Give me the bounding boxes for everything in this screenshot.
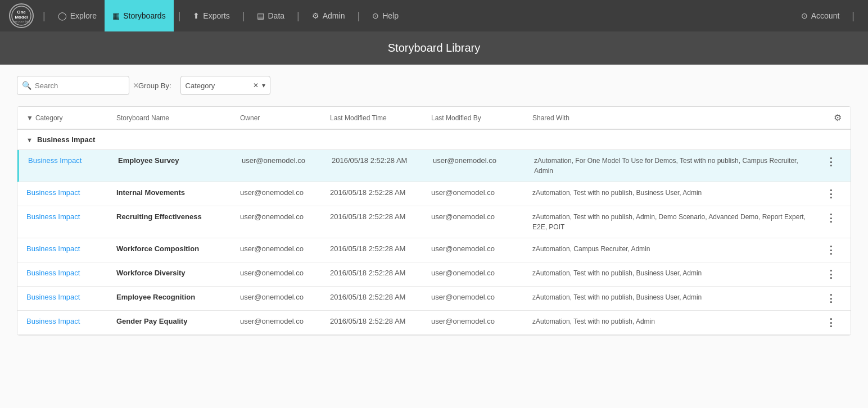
- cell-shared-with: zAutomation, Test with no publish, Busin…: [532, 268, 821, 278]
- table-row[interactable]: Business Impact Recruiting Effectiveness…: [17, 206, 851, 238]
- col-modified-by[interactable]: Last Modified By: [431, 114, 532, 122]
- cell-modified-time: 2016/05/18 2:52:28 AM: [332, 156, 433, 166]
- cell-name: Gender Pay Equality: [116, 316, 240, 327]
- cell-owner: user@onemodel.co: [240, 212, 330, 222]
- svg-text:Model: Model: [15, 15, 28, 20]
- cell-shared-with: zAutomation, Test with no publish, Busin…: [532, 188, 821, 198]
- rows-container: Business Impact Employee Survey user@one…: [17, 150, 851, 335]
- col-category[interactable]: ▼ Category: [26, 114, 116, 122]
- row-menu-button[interactable]: ⋮: [821, 188, 842, 200]
- cell-modified-by: user@onemodel.co: [431, 268, 532, 278]
- select-clear-icon[interactable]: ✕: [253, 81, 259, 89]
- divider-5: |: [357, 10, 360, 22]
- page-header: Storyboard Library: [0, 31, 868, 65]
- cell-owner: user@onemodel.co: [242, 156, 332, 166]
- nav-data-label: Data: [268, 11, 284, 20]
- nav-explore[interactable]: ◯ Explore: [50, 0, 105, 31]
- row-menu-button[interactable]: ⋮: [821, 156, 842, 168]
- col-shared-with[interactable]: Shared With: [532, 114, 821, 122]
- account-icon: ⊙: [801, 11, 808, 20]
- explore-icon: ◯: [58, 11, 67, 20]
- search-input[interactable]: [35, 81, 129, 90]
- col-owner[interactable]: Owner: [240, 114, 330, 122]
- toolbar: 🔍 ✕ Group By: Category ✕ ▾: [17, 76, 851, 95]
- cell-modified-by: user@onemodel.co: [431, 212, 532, 222]
- table-row[interactable]: Business Impact Gender Pay Equality user…: [17, 311, 851, 335]
- cell-modified-time: 2016/05/18 2:52:28 AM: [330, 292, 431, 302]
- col-modified-by-label: Last Modified By: [431, 114, 481, 122]
- col-name-label: Storyboard Name: [116, 114, 169, 122]
- table-row[interactable]: Business Impact Workforce Composition us…: [17, 238, 851, 262]
- nav-help[interactable]: ⊙ Help: [364, 0, 406, 31]
- table-header: ▼ Category Storyboard Name Owner Last Mo…: [17, 107, 851, 130]
- nav-exports-label: Exports: [203, 11, 229, 20]
- cell-shared-with: zAutomation, Test with no publish, Admin…: [532, 212, 821, 232]
- cell-modified-by: user@onemodel.co: [431, 316, 532, 327]
- svg-text:free your data: free your data: [13, 20, 30, 23]
- select-chevron-icon[interactable]: ▾: [262, 81, 265, 89]
- navbar: One Model free your data | ◯ Explore ▦ S…: [0, 0, 868, 31]
- group-by-select[interactable]: Category ✕ ▾: [180, 76, 270, 95]
- page-title: Storyboard Library: [0, 42, 868, 55]
- row-menu-button[interactable]: ⋮: [821, 244, 842, 256]
- col-category-label: Category: [35, 114, 63, 122]
- cell-shared-with: zAutomation, Test with no publish, Busin…: [532, 292, 821, 302]
- nav-admin[interactable]: ⚙ Admin: [304, 0, 353, 31]
- table-row[interactable]: Business Impact Employee Survey user@one…: [17, 150, 851, 182]
- cell-category: Business Impact: [26, 244, 116, 254]
- table-row[interactable]: Business Impact Workforce Diversity user…: [17, 262, 851, 287]
- data-icon: ▤: [257, 11, 264, 20]
- main-content: 🔍 ✕ Group By: Category ✕ ▾ ▼ Category St…: [0, 65, 868, 408]
- nav-storyboards-label: Storyboards: [123, 11, 165, 20]
- nav-account[interactable]: ⊙ Account: [793, 0, 848, 31]
- cell-category: Business Impact: [28, 156, 118, 166]
- group-chevron-icon: ▼: [26, 137, 33, 143]
- help-icon: ⊙: [372, 11, 379, 20]
- storyboards-icon: ▦: [112, 11, 120, 20]
- cell-category: Business Impact: [26, 316, 116, 327]
- cell-name: Employee Survey: [118, 156, 242, 166]
- group-name: Business Impact: [37, 135, 95, 144]
- table-row[interactable]: Business Impact Employee Recognition use…: [17, 287, 851, 311]
- cell-category: Business Impact: [26, 188, 116, 198]
- col-modified-time[interactable]: Last Modified Time: [330, 114, 431, 122]
- sort-asc-icon: ▼: [26, 114, 33, 122]
- cell-modified-by: user@onemodel.co: [431, 244, 532, 254]
- row-menu-button[interactable]: ⋮: [821, 212, 842, 224]
- cell-owner: user@onemodel.co: [240, 316, 330, 327]
- row-menu-button[interactable]: ⋮: [821, 292, 842, 305]
- cell-category: Business Impact: [26, 292, 116, 302]
- col-name[interactable]: Storyboard Name: [116, 114, 240, 122]
- brand[interactable]: One Model free your data: [9, 3, 34, 28]
- brand-logo: One Model free your data: [9, 3, 34, 28]
- cell-name: Employee Recognition: [116, 292, 240, 302]
- col-owner-label: Owner: [240, 114, 260, 122]
- table-settings-icon[interactable]: ⚙: [821, 112, 842, 123]
- cell-shared-with: zAutomation, For One Model To Use for De…: [534, 156, 821, 176]
- nav-storyboards[interactable]: ▦ Storyboards: [105, 0, 173, 31]
- col-modified-time-label: Last Modified Time: [330, 114, 387, 122]
- cell-modified-time: 2016/05/18 2:52:28 AM: [330, 212, 431, 222]
- cell-modified-by: user@onemodel.co: [431, 188, 532, 198]
- cell-category: Business Impact: [26, 212, 116, 222]
- cell-modified-time: 2016/05/18 2:52:28 AM: [330, 188, 431, 198]
- svg-text:One: One: [17, 10, 26, 15]
- cell-modified-time: 2016/05/18 2:52:28 AM: [330, 244, 431, 254]
- row-menu-button[interactable]: ⋮: [821, 316, 842, 329]
- nav-data[interactable]: ▤ Data: [249, 0, 292, 31]
- cell-name: Internal Movements: [116, 188, 240, 198]
- group-header-business-impact[interactable]: ▼ Business Impact: [17, 130, 851, 150]
- table-container: ▼ Category Storyboard Name Owner Last Mo…: [17, 106, 851, 336]
- cell-owner: user@onemodel.co: [240, 244, 330, 254]
- nav-explore-label: Explore: [70, 11, 97, 20]
- cell-owner: user@onemodel.co: [240, 268, 330, 278]
- table-row[interactable]: Business Impact Internal Movements user@…: [17, 182, 851, 206]
- divider-1: |: [43, 10, 46, 22]
- row-menu-button[interactable]: ⋮: [821, 268, 842, 280]
- cell-shared-with: zAutomation, Test with no publish, Admin: [532, 316, 821, 327]
- search-box[interactable]: 🔍 ✕: [17, 76, 129, 95]
- exports-icon: ⬆: [193, 11, 200, 20]
- nav-exports[interactable]: ⬆ Exports: [185, 0, 237, 31]
- cell-name: Workforce Diversity: [116, 268, 240, 278]
- nav-right: ⊙ Account |: [793, 0, 859, 31]
